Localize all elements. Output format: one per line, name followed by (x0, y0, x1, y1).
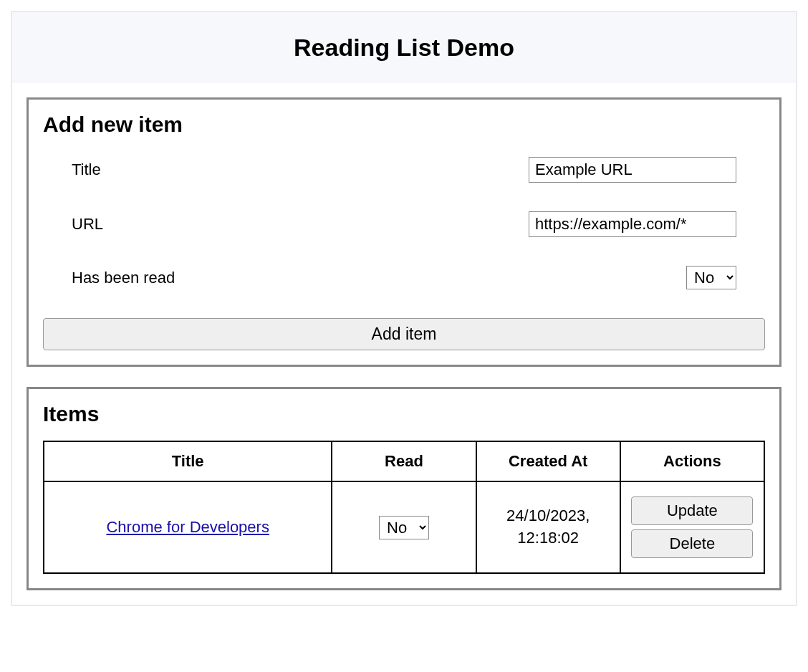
header: Reading List Demo (12, 12, 796, 83)
column-title: Title (44, 441, 332, 481)
items-table: Title Read Created At Actions Chrome for… (43, 441, 765, 574)
add-item-button[interactable]: Add item (43, 318, 765, 350)
add-item-panel: Add new item Title URL Has been read No … (27, 97, 781, 367)
item-title-link[interactable]: Chrome for Developers (106, 518, 269, 536)
items-heading: Items (43, 402, 765, 426)
url-input[interactable] (529, 211, 736, 237)
created-at-value: 24/10/2023, 12:18:02 (483, 505, 614, 549)
column-created-at: Created At (476, 441, 620, 481)
update-button[interactable]: Update (631, 496, 753, 525)
url-label: URL (72, 215, 103, 234)
row-read-select[interactable]: No Yes (379, 516, 429, 539)
page-title: Reading List Demo (27, 34, 781, 62)
title-label: Title (72, 160, 101, 179)
delete-button[interactable]: Delete (631, 529, 753, 558)
read-label: Has been read (72, 269, 175, 287)
column-read: Read (332, 441, 476, 481)
read-select[interactable]: No Yes (686, 266, 736, 289)
column-actions: Actions (620, 441, 764, 481)
table-header-row: Title Read Created At Actions (44, 441, 764, 481)
title-input[interactable] (529, 157, 736, 183)
app-container: Reading List Demo Add new item Title URL… (11, 11, 797, 606)
form-row-url: URL (43, 211, 765, 237)
cell-actions: Update Delete (620, 481, 764, 573)
form-row-read: Has been read No Yes (43, 266, 765, 289)
items-panel: Items Title Read Created At Actions Chro… (27, 387, 781, 590)
form-row-title: Title (43, 157, 765, 183)
table-row: Chrome for Developers No Yes 24/10/2023,… (44, 481, 764, 573)
add-item-heading: Add new item (43, 112, 765, 137)
cell-created-at: 24/10/2023, 12:18:02 (476, 481, 620, 573)
cell-title: Chrome for Developers (44, 481, 332, 573)
content-area: Add new item Title URL Has been read No … (12, 83, 796, 605)
cell-read: No Yes (332, 481, 476, 573)
